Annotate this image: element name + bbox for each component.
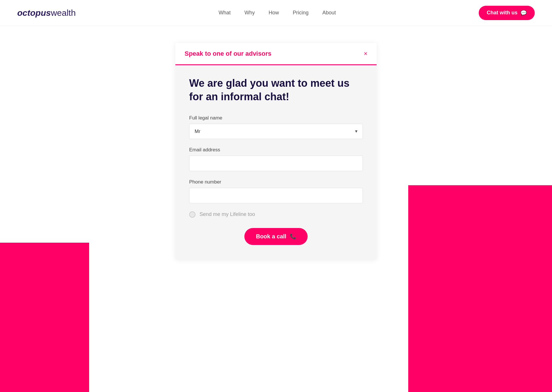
logo-octopus: octopus [17, 8, 51, 18]
nav-links: What Why How Pricing About [218, 10, 336, 16]
modal-body: We are glad you want to meet us for an i… [175, 65, 377, 259]
nav-item-pricing[interactable]: Pricing [293, 10, 308, 16]
nav-item-about[interactable]: About [322, 10, 336, 16]
phone-icon: 📞 [290, 233, 296, 240]
nav-link-about[interactable]: About [322, 10, 336, 16]
nav-item-why[interactable]: Why [244, 10, 255, 16]
modal-heading: We are glad you want to meet us for an i… [189, 77, 363, 104]
lifeline-checkbox[interactable] [189, 211, 195, 218]
email-group: Email address [189, 147, 363, 171]
main-content: Speak to one of our advisors × We are gl… [0, 26, 552, 392]
book-call-label: Book a call [256, 233, 286, 240]
phone-input[interactable] [189, 188, 363, 203]
modal-title: Speak to one of our advisors [185, 50, 271, 57]
navbar: octopus wealth What Why How Pricing Abou… [0, 0, 552, 26]
close-button[interactable]: × [364, 51, 367, 57]
modal-card: Speak to one of our advisors × We are gl… [175, 43, 377, 259]
title-select[interactable]: Mr Mrs Ms Dr Prof [189, 124, 363, 139]
modal-header: Speak to one of our advisors × [175, 43, 377, 65]
logo: octopus wealth [17, 8, 76, 18]
full-name-label: Full legal name [189, 115, 363, 121]
email-input[interactable] [189, 156, 363, 171]
lifeline-checkbox-label[interactable]: Send me my Lifeline too [200, 211, 255, 217]
nav-link-what[interactable]: What [218, 10, 231, 16]
book-call-button[interactable]: Book a call 📞 [244, 228, 308, 245]
nav-item-what[interactable]: What [218, 10, 231, 16]
full-name-group: Full legal name Mr Mrs Ms Dr Prof ▼ [189, 115, 363, 139]
chat-icon: 💬 [520, 10, 527, 16]
email-label: Email address [189, 147, 363, 153]
title-select-wrapper: Mr Mrs Ms Dr Prof ▼ [189, 124, 363, 139]
nav-link-why[interactable]: Why [244, 10, 255, 16]
nav-link-how[interactable]: How [269, 10, 279, 16]
chat-with-us-button[interactable]: Chat with us 💬 [479, 6, 535, 20]
phone-group: Phone number [189, 179, 363, 203]
lifeline-checkbox-group: Send me my Lifeline too [189, 211, 363, 218]
nav-item-how[interactable]: How [269, 10, 279, 16]
nav-link-pricing[interactable]: Pricing [293, 10, 308, 16]
logo-wealth: wealth [51, 8, 76, 18]
phone-label: Phone number [189, 179, 363, 185]
chat-button-label: Chat with us [487, 10, 518, 16]
